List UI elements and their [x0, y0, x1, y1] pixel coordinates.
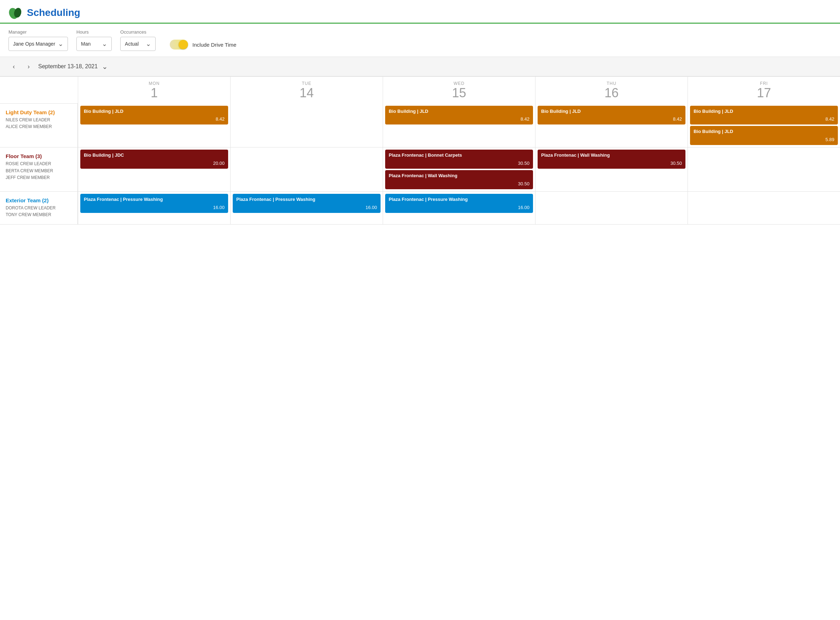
day-number: 16 — [538, 86, 685, 100]
event-hours: 5.89 — [694, 137, 834, 142]
hours-value: Man — [81, 41, 99, 47]
day-name: WED — [386, 81, 532, 86]
event-title: Plaza Frontenac | Pressure Washing — [236, 197, 377, 203]
event-card[interactable]: Bio Building | JLD8.42 — [690, 106, 838, 125]
day-name: FRI — [691, 81, 837, 86]
calendar-cell-team1-day4 — [688, 147, 840, 192]
event-title: Bio Building | JLD — [84, 108, 224, 114]
calendar-cell-team1-day2: Plaza Frontenac | Bonnet Carpets30.50Pla… — [383, 147, 535, 192]
calendar-cell-team2-day2: Plaza Frontenac | Pressure Washing16.00 — [383, 192, 535, 224]
event-title: Bio Building | JLD — [694, 129, 834, 135]
day-number: 1 — [81, 86, 227, 100]
event-title: Bio Building | JLD — [389, 108, 530, 114]
team-label-0: Light Duty Team (2)NILES CREW LEADERALIC… — [0, 104, 78, 148]
manager-label: Manager — [9, 29, 68, 35]
event-card[interactable]: Plaza Frontenac | Pressure Washing16.00 — [385, 194, 533, 213]
next-date-button[interactable]: › — [23, 61, 34, 72]
day-number: 14 — [233, 86, 380, 100]
event-hours: 8.42 — [84, 116, 224, 122]
team-member: NILES CREW LEADER — [6, 117, 73, 123]
day-header-mon: MON 1 — [78, 77, 230, 104]
team-label-2: Exterior Team (2)DOROTA CREW LEADERTONY … — [0, 192, 78, 224]
event-card[interactable]: Bio Building | JDC20.00 — [80, 150, 228, 169]
prev-date-button[interactable]: ‹ — [9, 61, 19, 72]
occurrences-chevron-icon: ⌄ — [146, 40, 151, 48]
day-header-wed: WED 15 — [383, 77, 535, 104]
filters-bar: Manager Jane Ops Manager ⌄ Hours Man ⌄ O… — [0, 24, 840, 57]
event-title: Plaza Frontenac | Pressure Washing — [389, 197, 530, 203]
event-hours: 16.00 — [389, 205, 530, 210]
event-title: Bio Building | JDC — [84, 152, 224, 158]
calendar-cell-team0-day3: Bio Building | JLD8.42 — [535, 104, 688, 148]
day-number: 17 — [691, 86, 837, 100]
date-picker-button[interactable]: ⌄ — [102, 62, 108, 71]
calendar-container: MON 1 TUE 14 WED 15 THU 16 FRI 17 Light … — [0, 77, 840, 224]
event-card[interactable]: Bio Building | JLD8.42 — [385, 106, 533, 125]
occurrences-value: Actual — [125, 41, 143, 47]
event-card[interactable]: Plaza Frontenac | Bonnet Carpets30.50 — [385, 150, 533, 169]
hours-label: Hours — [77, 29, 112, 35]
team-member: BERTA CREW MEMBER — [6, 168, 73, 175]
drive-time-toggle[interactable] — [170, 40, 188, 50]
calendar-cell-team2-day1: Plaza Frontenac | Pressure Washing16.00 — [230, 192, 383, 224]
team-name: Light Duty Team (2) — [6, 109, 73, 115]
drive-time-label: Include Drive Time — [193, 42, 236, 48]
event-card[interactable]: Bio Building | JLD8.42 — [537, 106, 685, 125]
event-hours: 8.42 — [694, 116, 834, 122]
event-title: Plaza Frontenac | Wall Washing — [389, 173, 530, 179]
day-header-thu: THU 16 — [535, 77, 688, 104]
team-member: JEFF CREW MEMBER — [6, 175, 73, 181]
day-header-fri: FRI 17 — [688, 77, 840, 104]
hours-chevron-icon: ⌄ — [102, 40, 107, 48]
team-label-1: Floor Team (3)ROSIE CREW LEADERBERTA CRE… — [0, 147, 78, 192]
event-hours: 20.00 — [84, 161, 224, 166]
team-member: ALICE CREW MEMBER — [6, 123, 73, 130]
empty-header-cell — [0, 77, 78, 104]
toggle-thumb — [179, 40, 188, 49]
event-hours: 16.00 — [84, 205, 224, 210]
event-hours: 30.50 — [541, 161, 682, 166]
day-number: 15 — [386, 86, 532, 100]
manager-filter-group: Manager Jane Ops Manager ⌄ — [9, 29, 68, 51]
event-card[interactable]: Bio Building | JLD8.42 — [80, 106, 228, 125]
event-title: Plaza Frontenac | Bonnet Carpets — [389, 152, 530, 158]
calendar-cell-team0-day2: Bio Building | JLD8.42 — [383, 104, 535, 148]
day-header-tue: TUE 14 — [230, 77, 383, 104]
event-hours: 30.50 — [389, 181, 530, 187]
team-member: ROSIE CREW LEADER — [6, 161, 73, 167]
event-title: Bio Building | JLD — [541, 108, 682, 114]
drive-time-toggle-group: Include Drive Time — [170, 40, 236, 51]
calendar-grid: MON 1 TUE 14 WED 15 THU 16 FRI 17 Light … — [0, 77, 840, 224]
calendar-cell-team0-day4: Bio Building | JLD8.42Bio Building | JLD… — [688, 104, 840, 148]
event-card[interactable]: Plaza Frontenac | Wall Washing30.50 — [537, 150, 685, 169]
day-name: MON — [81, 81, 227, 86]
event-card[interactable]: Plaza Frontenac | Pressure Washing16.00 — [233, 194, 381, 213]
manager-select[interactable]: Jane Ops Manager ⌄ — [9, 37, 68, 51]
manager-value: Jane Ops Manager — [13, 41, 55, 47]
calendar-cell-team2-day3 — [535, 192, 688, 224]
app-header: Scheduling — [0, 0, 840, 24]
team-member: DOROTA CREW LEADER — [6, 205, 73, 212]
calendar-cell-team1-day0: Bio Building | JDC20.00 — [78, 147, 230, 192]
event-card[interactable]: Plaza Frontenac | Pressure Washing16.00 — [80, 194, 228, 213]
calendar-cell-team2-day4 — [688, 192, 840, 224]
date-nav: ‹ › September 13-18, 2021 ⌄ — [0, 57, 840, 77]
app-logo — [9, 6, 23, 20]
calendar-cell-team1-day1 — [230, 147, 383, 192]
page-title: Scheduling — [27, 7, 80, 18]
calendar-cell-team2-day0: Plaza Frontenac | Pressure Washing16.00 — [78, 192, 230, 224]
event-hours: 8.42 — [389, 116, 530, 122]
team-member: TONY CREW MEMBER — [6, 212, 73, 218]
date-range: September 13-18, 2021 — [38, 63, 98, 70]
occurrences-select[interactable]: Actual ⌄ — [120, 37, 156, 51]
hours-select[interactable]: Man ⌄ — [77, 37, 112, 51]
occurrences-filter-group: Occurrances Actual ⌄ — [120, 29, 156, 51]
event-card[interactable]: Bio Building | JLD5.89 — [690, 126, 838, 145]
hours-filter-group: Hours Man ⌄ — [77, 29, 112, 51]
day-name: THU — [538, 81, 685, 86]
calendar-cell-team1-day3: Plaza Frontenac | Wall Washing30.50 — [535, 147, 688, 192]
calendar-cell-team0-day1 — [230, 104, 383, 148]
event-card[interactable]: Plaza Frontenac | Wall Washing30.50 — [385, 170, 533, 189]
team-name: Floor Team (3) — [6, 153, 73, 159]
calendar-cell-team0-day0: Bio Building | JLD8.42 — [78, 104, 230, 148]
